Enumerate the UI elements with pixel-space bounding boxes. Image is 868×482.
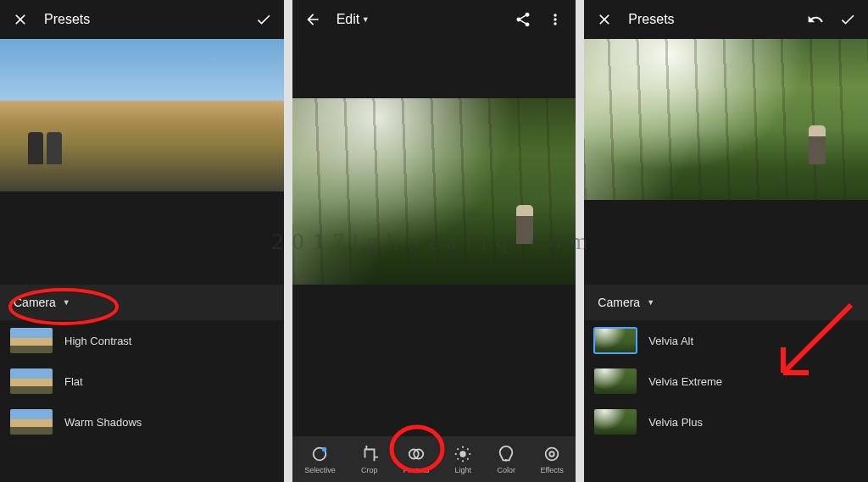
preset-thumb — [10, 328, 53, 353]
preset-label: Velvia Extreme — [648, 375, 722, 388]
tool-label: Crop — [361, 466, 378, 474]
preset-list: Velvia Alt Velvia Extreme Velvia Plus — [584, 320, 868, 442]
tool-selective[interactable]: Selective — [304, 445, 336, 474]
back-icon[interactable] — [304, 11, 321, 28]
header: Edit — [292, 0, 576, 39]
svg-point-5 — [460, 451, 466, 457]
tool-effects[interactable]: Effects — [540, 445, 563, 474]
preset-item[interactable]: Velvia Plus — [584, 402, 868, 442]
close-icon[interactable] — [596, 11, 613, 28]
tool-crop[interactable]: Crop — [360, 445, 379, 474]
preset-thumb — [594, 409, 637, 435]
preset-thumb — [10, 409, 53, 435]
tool-color[interactable]: Color — [497, 445, 515, 474]
confirm-icon[interactable] — [839, 11, 856, 28]
preset-label: Velvia Alt — [648, 335, 693, 347]
preset-item[interactable]: Flat — [0, 361, 284, 402]
header: Presets — [584, 0, 868, 39]
photo-preview — [0, 39, 284, 191]
svg-point-7 — [546, 447, 559, 460]
preset-thumb — [594, 328, 637, 353]
tool-light[interactable]: Light — [453, 445, 472, 474]
photo-preview — [584, 39, 868, 200]
preset-item[interactable]: Velvia Extreme — [584, 361, 868, 402]
preset-thumb — [594, 368, 637, 394]
photo-preview — [292, 98, 576, 285]
svg-point-8 — [549, 452, 554, 457]
preset-item[interactable]: Warm Shadows — [0, 402, 284, 442]
preset-label: Flat — [64, 375, 83, 388]
page-title: Presets — [628, 12, 674, 27]
close-icon[interactable] — [12, 11, 29, 28]
undo-icon[interactable] — [807, 11, 824, 28]
screen-edit: Edit Selective Crop — [292, 0, 576, 482]
preset-thumb — [10, 368, 53, 394]
svg-point-2 — [322, 446, 327, 452]
header: Presets — [0, 0, 284, 39]
screen-presets-jungle: Presets Camera Velvia Alt — [584, 0, 868, 482]
preset-category-dropdown[interactable]: Camera — [0, 285, 284, 320]
preset-label: Warm Shadows — [64, 416, 142, 429]
tool-label: Presets — [403, 466, 430, 474]
preset-item[interactable]: High Contrast — [0, 320, 284, 361]
page-title: Presets — [44, 12, 90, 27]
preset-label: Velvia Plus — [648, 416, 703, 429]
edit-toolbar: Selective Crop Presets Light Color Effec… — [292, 436, 576, 482]
share-icon[interactable] — [515, 11, 531, 28]
more-icon[interactable] — [547, 11, 564, 28]
tool-label: Effects — [540, 466, 563, 474]
screen-presets-hills: Presets Camera High Contrast Flat — [0, 0, 284, 482]
page-title[interactable]: Edit — [337, 12, 370, 27]
tool-label: Selective — [304, 466, 336, 474]
preset-list: High Contrast Flat Warm Shadows — [0, 320, 284, 442]
preset-label: High Contrast — [64, 335, 131, 347]
svg-point-6 — [505, 458, 508, 461]
tool-presets[interactable]: Presets — [403, 445, 430, 474]
preset-category-dropdown[interactable]: Camera — [584, 285, 868, 320]
tool-label: Color — [498, 466, 516, 474]
preset-item[interactable]: Velvia Alt — [584, 320, 868, 361]
confirm-icon[interactable] — [255, 11, 272, 28]
tool-label: Light — [455, 466, 472, 474]
